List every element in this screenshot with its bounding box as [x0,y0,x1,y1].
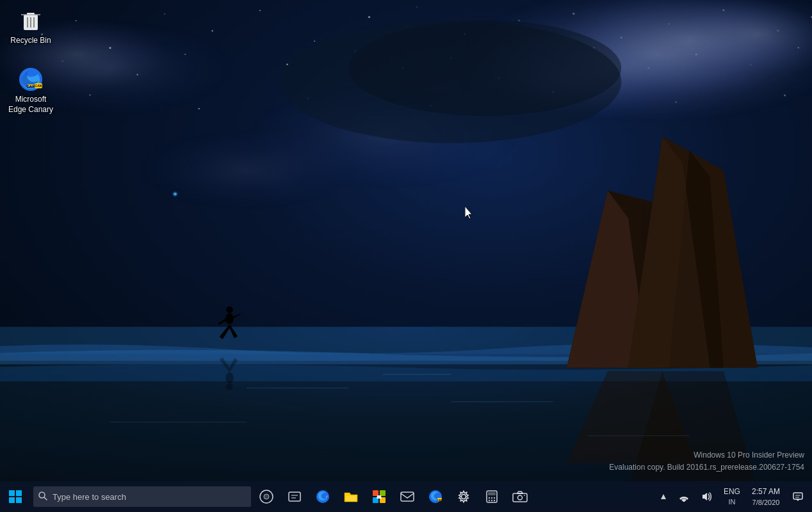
svg-point-97 [489,500,490,501]
svg-point-29 [695,54,697,55]
svg-point-16 [777,30,779,31]
svg-point-101 [518,495,523,500]
recycle-bin-image [18,8,44,33]
mouse-cursor [465,206,473,219]
svg-point-11 [519,20,520,21]
lang-text: ENG [724,487,740,497]
svg-point-31 [798,47,799,49]
svg-point-15 [723,10,724,11]
svg-point-57 [226,383,233,390]
clock[interactable]: 2:57 AM 7/8/2020 [745,481,786,512]
network-tray-icon[interactable] [672,481,695,512]
svg-rect-0 [0,0,812,512]
taskbar-apps: CAN [252,481,534,512]
search-placeholder: Type here to search [53,492,126,502]
svg-point-99 [494,500,495,501]
edge-browser-button[interactable] [309,481,337,512]
svg-point-3 [110,47,111,49]
svg-rect-105 [793,493,802,499]
recycle-bin-label: Recycle Bin [10,36,51,46]
svg-point-40 [174,193,176,195]
svg-point-23 [403,67,404,68]
svg-point-6 [259,10,261,11]
svg-point-91 [462,495,466,499]
svg-point-102 [524,495,525,496]
windows-logo [9,490,22,503]
volume-tray-icon[interactable] [695,481,719,512]
svg-point-50 [280,20,621,143]
settings-button[interactable] [450,481,478,512]
cortana-button[interactable] [252,481,280,512]
svg-point-28 [648,68,649,69]
svg-point-38 [784,95,785,96]
start-button[interactable] [0,481,31,512]
tray-icons [672,481,719,512]
svg-point-36 [553,91,554,92]
svg-point-49 [138,129,355,211]
svg-rect-53 [0,327,812,355]
svg-point-33 [199,108,200,109]
recycle-bin-icon[interactable]: Recycle Bin [5,5,56,49]
system-tray: ENG IN 2:57 AM 7/8/2020 [654,481,812,512]
file-explorer-button[interactable] [337,481,365,512]
clock-time: 2:57 AM [752,486,780,497]
svg-rect-93 [488,492,496,495]
svg-text:CAN: CAN [27,84,35,88]
svg-point-43 [471,20,771,116]
svg-rect-100 [513,493,527,502]
watermark-line2: Evaluation copy. Build 20161.rs_prerelea… [609,461,804,474]
search-icon [38,492,47,502]
svg-point-76 [264,494,269,499]
mail-button[interactable] [393,481,421,512]
svg-point-14 [669,23,669,24]
svg-point-32 [90,95,91,96]
svg-point-51 [349,20,622,116]
svg-point-95 [491,497,492,499]
svg-point-35 [430,105,431,106]
camera-button[interactable] [506,481,534,512]
language-indicator[interactable]: ENG IN [719,481,745,512]
calculator-button[interactable] [478,481,506,512]
svg-point-9 [416,6,417,7]
svg-text:CAN: CAN [35,84,42,88]
search-bar[interactable]: Type here to search [33,486,251,507]
svg-point-2 [76,20,77,21]
svg-point-12 [572,13,574,15]
svg-rect-81 [346,496,356,501]
svg-point-98 [491,500,492,501]
watermark-line1: Windows 10 Pro Insider Preview [609,449,804,461]
edge-canary-desktop-icon[interactable]: CAN CAN Microsoft Edge Canary [5,64,56,117]
svg-point-25 [498,77,499,79]
svg-point-8 [368,16,369,17]
svg-rect-77 [289,492,300,501]
svg-point-56 [225,372,234,383]
clock-date: 7/8/2020 [752,497,780,508]
svg-point-7 [314,40,316,42]
svg-point-37 [675,102,676,103]
notification-button[interactable] [786,481,809,512]
svg-point-39 [172,191,179,198]
svg-point-21 [287,64,289,66]
svg-point-45 [458,41,676,123]
tray-overflow-button[interactable] [654,481,672,512]
svg-point-54 [225,313,234,324]
svg-point-20 [184,54,186,55]
svg-point-34 [307,99,308,99]
svg-text:CAN: CAN [437,499,443,502]
edge-canary-image: CAN CAN [18,67,44,92]
svg-rect-83 [373,490,378,496]
svg-point-18 [62,61,63,61]
svg-point-55 [226,307,233,314]
svg-point-41 [464,0,812,122]
svg-line-74 [45,497,47,500]
microsoft-store-button[interactable] [365,481,393,512]
svg-point-10 [464,33,465,35]
svg-point-27 [593,47,594,48]
svg-point-96 [494,497,495,499]
watermark: Windows 10 Pro Insider Preview Evaluatio… [609,449,804,474]
svg-point-5 [212,30,213,31]
edge-canary-taskbar-button[interactable]: CAN [421,481,450,512]
svg-point-19 [137,74,138,76]
lang-region: IN [728,497,735,506]
news-interests-button[interactable] [280,481,309,512]
